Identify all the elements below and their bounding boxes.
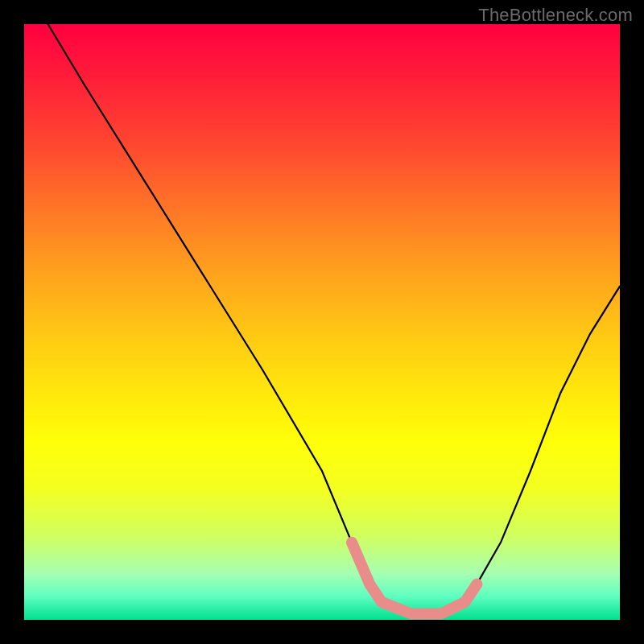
chart-svg bbox=[24, 24, 620, 620]
optimal-range-highlight bbox=[352, 543, 477, 614]
curve-line bbox=[48, 24, 620, 614]
branding-text: TheBottleneck.com bbox=[478, 5, 633, 26]
chart-frame: TheBottleneck.com bbox=[0, 0, 644, 644]
plot-area bbox=[24, 24, 620, 620]
